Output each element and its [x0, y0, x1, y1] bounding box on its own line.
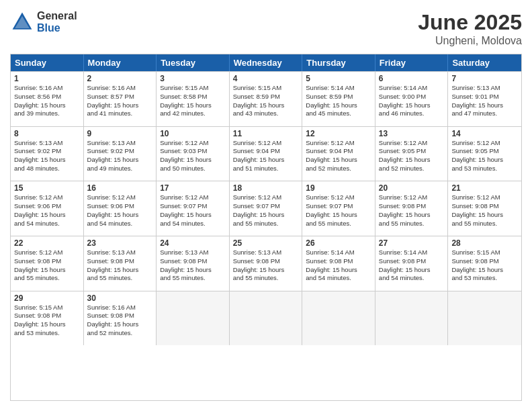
sunrise-time: Sunrise: 5:12 AM	[233, 139, 299, 148]
day-number: 15	[14, 183, 80, 193]
calendar-cell: 28Sunrise: 5:15 AMSunset: 9:08 PMDayligh…	[448, 236, 521, 291]
daylight-hours-line2: and 46 minutes.	[379, 109, 445, 118]
daylight-hours-line1: Daylight: 15 hours	[14, 101, 80, 110]
sunrise-time: Sunrise: 5:16 AM	[87, 304, 153, 312]
daylight-hours-line2: and 45 minutes.	[306, 109, 371, 118]
daylight-hours-line2: and 53 minutes.	[451, 274, 518, 283]
calendar-cell: 30Sunrise: 5:16 AMSunset: 9:08 PMDayligh…	[84, 291, 157, 346]
daylight-hours-line1: Daylight: 15 hours	[451, 211, 518, 220]
sunrise-time: Sunrise: 5:15 AM	[233, 84, 299, 93]
sunrise-time: Sunrise: 5:13 AM	[160, 248, 226, 257]
sunset-time: Sunset: 8:59 PM	[233, 93, 299, 101]
calendar-cell: 16Sunrise: 5:12 AMSunset: 9:06 PMDayligh…	[84, 181, 157, 236]
calendar-cell: 2Sunrise: 5:16 AMSunset: 8:57 PMDaylight…	[84, 72, 157, 126]
daylight-hours-line1: Daylight: 15 hours	[14, 266, 80, 275]
sunrise-time: Sunrise: 5:13 AM	[87, 248, 153, 257]
daylight-hours-line1: Daylight: 15 hours	[379, 101, 445, 110]
calendar-cell: 15Sunrise: 5:12 AMSunset: 9:06 PMDayligh…	[11, 181, 84, 236]
day-number: 29	[14, 293, 80, 303]
title-block: June 2025 Ungheni, Moldova	[418, 10, 522, 47]
day-number: 16	[87, 183, 153, 193]
calendar-cell: 10Sunrise: 5:12 AMSunset: 9:03 PMDayligh…	[157, 127, 230, 181]
day-number: 28	[451, 238, 518, 248]
sunset-time: Sunset: 9:08 PM	[379, 202, 445, 211]
sunset-time: Sunset: 9:08 PM	[87, 257, 153, 266]
sunrise-time: Sunrise: 5:12 AM	[451, 193, 518, 202]
calendar-cell: 11Sunrise: 5:12 AMSunset: 9:04 PMDayligh…	[230, 127, 303, 181]
daylight-hours-line2: and 55 minutes.	[160, 274, 226, 283]
sunrise-time: Sunrise: 5:13 AM	[87, 139, 153, 148]
day-number: 13	[379, 129, 445, 138]
header-wednesday: Wednesday	[230, 54, 303, 71]
sunset-time: Sunset: 9:05 PM	[379, 147, 445, 156]
sunrise-time: Sunrise: 5:16 AM	[14, 84, 80, 93]
calendar-week-1: 1Sunrise: 5:16 AMSunset: 8:56 PMDaylight…	[11, 71, 521, 126]
day-number: 26	[306, 238, 371, 248]
daylight-hours-line2: and 55 minutes.	[14, 274, 80, 283]
sunset-time: Sunset: 9:08 PM	[451, 202, 518, 211]
sunset-time: Sunset: 9:02 PM	[87, 147, 153, 156]
daylight-hours-line1: Daylight: 15 hours	[451, 156, 518, 165]
daylight-hours-line2: and 42 minutes.	[160, 109, 226, 118]
day-number: 9	[87, 129, 153, 138]
day-number: 5	[306, 74, 371, 83]
sunset-time: Sunset: 9:08 PM	[14, 257, 80, 266]
sunset-time: Sunset: 9:04 PM	[233, 147, 299, 156]
daylight-hours-line1: Daylight: 15 hours	[306, 211, 371, 220]
day-number: 30	[87, 293, 153, 303]
logo-general: General	[37, 10, 77, 22]
daylight-hours-line2: and 54 minutes.	[87, 220, 153, 228]
day-number: 1	[14, 74, 80, 83]
daylight-hours-line1: Daylight: 15 hours	[160, 266, 226, 275]
daylight-hours-line1: Daylight: 15 hours	[160, 101, 226, 110]
day-number: 23	[87, 238, 153, 248]
calendar-cell: 3Sunrise: 5:15 AMSunset: 8:58 PMDaylight…	[157, 72, 230, 126]
calendar-cell: 29Sunrise: 5:15 AMSunset: 9:08 PMDayligh…	[11, 291, 84, 346]
daylight-hours-line2: and 47 minutes.	[451, 109, 518, 118]
calendar-cell: 27Sunrise: 5:14 AMSunset: 9:08 PMDayligh…	[375, 236, 449, 291]
daylight-hours-line2: and 52 minutes.	[306, 165, 371, 173]
sunrise-time: Sunrise: 5:12 AM	[451, 139, 518, 148]
daylight-hours-line1: Daylight: 15 hours	[87, 211, 153, 220]
daylight-hours-line1: Daylight: 15 hours	[451, 266, 518, 275]
calendar: Sunday Monday Tuesday Wednesday Thursday…	[10, 54, 522, 401]
day-number: 27	[379, 238, 445, 248]
calendar-cell: 14Sunrise: 5:12 AMSunset: 9:05 PMDayligh…	[448, 127, 521, 181]
sunset-time: Sunset: 9:03 PM	[160, 147, 226, 156]
calendar-cell: 8Sunrise: 5:13 AMSunset: 9:02 PMDaylight…	[11, 127, 84, 181]
sunset-time: Sunset: 8:56 PM	[14, 93, 80, 101]
daylight-hours-line1: Daylight: 15 hours	[160, 211, 226, 220]
sunset-time: Sunset: 9:08 PM	[160, 257, 226, 266]
daylight-hours-line2: and 39 minutes.	[14, 109, 80, 118]
sunrise-time: Sunrise: 5:12 AM	[306, 193, 371, 202]
logo-text: General Blue	[37, 10, 77, 34]
calendar-cell: 12Sunrise: 5:12 AMSunset: 9:04 PMDayligh…	[302, 127, 375, 181]
logo-icon	[10, 10, 34, 34]
sunset-time: Sunset: 9:01 PM	[451, 93, 518, 101]
daylight-hours-line1: Daylight: 15 hours	[160, 156, 226, 165]
daylight-hours-line1: Daylight: 15 hours	[87, 156, 153, 165]
daylight-hours-line2: and 55 minutes.	[233, 220, 299, 228]
daylight-hours-line1: Daylight: 15 hours	[87, 266, 153, 275]
calendar-cell	[157, 291, 230, 346]
sunrise-time: Sunrise: 5:14 AM	[306, 84, 371, 93]
daylight-hours-line2: and 48 minutes.	[14, 165, 80, 173]
sunset-time: Sunset: 9:04 PM	[306, 147, 371, 156]
day-number: 17	[160, 183, 226, 193]
day-number: 12	[306, 129, 371, 138]
sunrise-time: Sunrise: 5:12 AM	[160, 139, 226, 148]
daylight-hours-line1: Daylight: 15 hours	[379, 211, 445, 220]
daylight-hours-line1: Daylight: 15 hours	[306, 156, 371, 165]
daylight-hours-line2: and 55 minutes.	[87, 274, 153, 283]
daylight-hours-line2: and 52 minutes.	[87, 329, 153, 338]
sunrise-time: Sunrise: 5:12 AM	[14, 248, 80, 257]
sunset-time: Sunset: 9:08 PM	[233, 257, 299, 266]
header-friday: Friday	[375, 54, 449, 71]
calendar-cell: 9Sunrise: 5:13 AMSunset: 9:02 PMDaylight…	[84, 127, 157, 181]
header-thursday: Thursday	[302, 54, 375, 71]
sunset-time: Sunset: 9:08 PM	[14, 312, 80, 320]
day-number: 2	[87, 74, 153, 83]
calendar-cell: 7Sunrise: 5:13 AMSunset: 9:01 PMDaylight…	[448, 72, 521, 126]
day-number: 18	[233, 183, 299, 193]
day-number: 24	[160, 238, 226, 248]
